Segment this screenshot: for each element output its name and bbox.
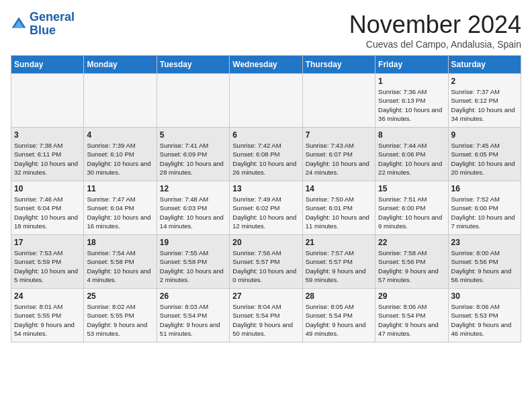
day-number: 18 xyxy=(87,238,153,247)
day-cell: 28Sunrise: 8:05 AM Sunset: 5:54 PM Dayli… xyxy=(302,289,375,342)
day-cell: 8Sunrise: 7:44 AM Sunset: 6:06 PM Daylig… xyxy=(375,128,448,181)
day-number: 7 xyxy=(306,130,372,140)
day-number: 15 xyxy=(378,184,445,193)
day-info: Sunrise: 8:00 AM Sunset: 5:56 PM Dayligh… xyxy=(451,248,518,284)
day-header-sunday: Sunday xyxy=(11,56,84,74)
day-info: Sunrise: 7:58 AM Sunset: 5:56 PM Dayligh… xyxy=(378,248,445,284)
day-header-friday: Friday xyxy=(375,56,448,74)
week-row-3: 10Sunrise: 7:46 AM Sunset: 6:04 PM Dayli… xyxy=(11,181,521,235)
day-info: Sunrise: 7:38 AM Sunset: 6:11 PM Dayligh… xyxy=(14,141,81,177)
day-number: 16 xyxy=(451,184,518,193)
day-cell: 27Sunrise: 8:04 AM Sunset: 5:54 PM Dayli… xyxy=(230,289,302,342)
day-info: Sunrise: 7:39 AM Sunset: 6:10 PM Dayligh… xyxy=(87,141,153,177)
day-cell: 16Sunrise: 7:52 AM Sunset: 6:00 PM Dayli… xyxy=(448,181,521,235)
day-number: 1 xyxy=(378,77,445,86)
day-info: Sunrise: 7:55 AM Sunset: 5:58 PM Dayligh… xyxy=(160,248,226,284)
day-info: Sunrise: 7:51 AM Sunset: 6:00 PM Dayligh… xyxy=(378,195,445,230)
day-info: Sunrise: 7:56 AM Sunset: 5:57 PM Dayligh… xyxy=(232,248,299,284)
day-number: 19 xyxy=(160,238,226,247)
day-number: 3 xyxy=(14,130,81,140)
day-cell: 12Sunrise: 7:48 AM Sunset: 6:03 PM Dayli… xyxy=(157,181,229,235)
day-number: 4 xyxy=(87,130,153,140)
day-header-tuesday: Tuesday xyxy=(157,56,229,74)
day-cell: 23Sunrise: 8:00 AM Sunset: 5:56 PM Dayli… xyxy=(448,235,521,289)
day-number: 21 xyxy=(306,238,372,247)
day-cell: 18Sunrise: 7:54 AM Sunset: 5:58 PM Dayli… xyxy=(84,235,157,289)
day-number: 27 xyxy=(232,291,299,301)
day-header-thursday: Thursday xyxy=(302,56,375,74)
day-cell: 24Sunrise: 8:01 AM Sunset: 5:55 PM Dayli… xyxy=(11,289,84,342)
day-cell: 17Sunrise: 7:53 AM Sunset: 5:59 PM Dayli… xyxy=(11,235,84,289)
day-number: 8 xyxy=(378,130,445,140)
day-number: 28 xyxy=(306,291,372,301)
day-cell: 6Sunrise: 7:42 AM Sunset: 6:08 PM Daylig… xyxy=(230,128,302,181)
day-number: 14 xyxy=(306,184,372,193)
day-number: 23 xyxy=(451,238,518,247)
day-cell: 11Sunrise: 7:47 AM Sunset: 6:04 PM Dayli… xyxy=(84,181,157,235)
day-cell: 30Sunrise: 8:06 AM Sunset: 5:53 PM Dayli… xyxy=(448,289,521,342)
day-number: 29 xyxy=(378,291,445,301)
day-number: 12 xyxy=(160,184,226,193)
day-info: Sunrise: 7:43 AM Sunset: 6:07 PM Dayligh… xyxy=(306,141,372,177)
day-info: Sunrise: 7:54 AM Sunset: 5:58 PM Dayligh… xyxy=(87,248,153,284)
day-info: Sunrise: 7:50 AM Sunset: 6:01 PM Dayligh… xyxy=(306,195,372,230)
day-cell: 3Sunrise: 7:38 AM Sunset: 6:11 PM Daylig… xyxy=(11,128,84,181)
logo-icon xyxy=(11,16,27,32)
day-info: Sunrise: 8:02 AM Sunset: 5:55 PM Dayligh… xyxy=(87,302,153,338)
day-cell: 14Sunrise: 7:50 AM Sunset: 6:01 PM Dayli… xyxy=(302,181,375,235)
week-row-2: 3Sunrise: 7:38 AM Sunset: 6:11 PM Daylig… xyxy=(11,128,521,181)
week-row-5: 24Sunrise: 8:01 AM Sunset: 5:55 PM Dayli… xyxy=(11,289,521,342)
day-cell xyxy=(157,74,229,128)
day-cell: 20Sunrise: 7:56 AM Sunset: 5:57 PM Dayli… xyxy=(230,235,302,289)
day-cell xyxy=(230,74,302,128)
day-info: Sunrise: 8:03 AM Sunset: 5:54 PM Dayligh… xyxy=(160,302,226,338)
day-cell: 25Sunrise: 8:02 AM Sunset: 5:55 PM Dayli… xyxy=(84,289,157,342)
day-info: Sunrise: 8:01 AM Sunset: 5:55 PM Dayligh… xyxy=(14,302,81,338)
day-number: 20 xyxy=(232,238,299,247)
logo-line1: General xyxy=(30,10,75,24)
day-info: Sunrise: 7:48 AM Sunset: 6:03 PM Dayligh… xyxy=(160,195,226,230)
day-number: 10 xyxy=(14,184,81,193)
day-cell xyxy=(302,74,375,128)
logo-text: General Blue xyxy=(30,11,75,38)
day-number: 5 xyxy=(160,130,226,140)
day-cell: 4Sunrise: 7:39 AM Sunset: 6:10 PM Daylig… xyxy=(84,128,157,181)
day-info: Sunrise: 7:57 AM Sunset: 5:57 PM Dayligh… xyxy=(306,248,372,284)
day-cell: 2Sunrise: 7:37 AM Sunset: 6:12 PM Daylig… xyxy=(448,74,521,128)
day-number: 9 xyxy=(451,130,518,140)
day-cell: 9Sunrise: 7:45 AM Sunset: 6:05 PM Daylig… xyxy=(448,128,521,181)
day-cell: 29Sunrise: 8:06 AM Sunset: 5:54 PM Dayli… xyxy=(375,289,448,342)
day-number: 22 xyxy=(378,238,445,247)
logo: General Blue xyxy=(11,11,75,38)
week-row-1: 1Sunrise: 7:36 AM Sunset: 6:13 PM Daylig… xyxy=(11,74,521,128)
day-info: Sunrise: 7:49 AM Sunset: 6:02 PM Dayligh… xyxy=(232,195,299,230)
day-cell: 22Sunrise: 7:58 AM Sunset: 5:56 PM Dayli… xyxy=(375,235,448,289)
day-info: Sunrise: 8:04 AM Sunset: 5:54 PM Dayligh… xyxy=(232,302,299,338)
day-number: 24 xyxy=(14,291,81,301)
day-header-saturday: Saturday xyxy=(448,56,521,74)
day-number: 6 xyxy=(232,130,299,140)
logo-line2: Blue xyxy=(30,24,56,37)
day-info: Sunrise: 7:52 AM Sunset: 6:00 PM Dayligh… xyxy=(451,195,518,230)
day-number: 17 xyxy=(14,238,81,247)
day-info: Sunrise: 7:42 AM Sunset: 6:08 PM Dayligh… xyxy=(232,141,299,177)
title-block: November 2024 Cuevas del Campo, Andalusi… xyxy=(349,11,521,50)
page-header: General Blue November 2024 Cuevas del Ca… xyxy=(11,11,521,50)
day-number: 13 xyxy=(232,184,299,193)
day-number: 2 xyxy=(451,77,518,86)
day-cell xyxy=(11,74,84,128)
day-cell: 5Sunrise: 7:41 AM Sunset: 6:09 PM Daylig… xyxy=(157,128,229,181)
day-info: Sunrise: 7:36 AM Sunset: 6:13 PM Dayligh… xyxy=(378,87,445,123)
day-number: 30 xyxy=(451,291,518,301)
day-cell: 7Sunrise: 7:43 AM Sunset: 6:07 PM Daylig… xyxy=(302,128,375,181)
day-info: Sunrise: 8:06 AM Sunset: 5:54 PM Dayligh… xyxy=(378,302,445,338)
header-row: SundayMondayTuesdayWednesdayThursdayFrid… xyxy=(11,56,521,74)
day-cell: 13Sunrise: 7:49 AM Sunset: 6:02 PM Dayli… xyxy=(230,181,302,235)
day-cell: 26Sunrise: 8:03 AM Sunset: 5:54 PM Dayli… xyxy=(157,289,229,342)
day-info: Sunrise: 7:53 AM Sunset: 5:59 PM Dayligh… xyxy=(14,248,81,284)
day-info: Sunrise: 7:47 AM Sunset: 6:04 PM Dayligh… xyxy=(87,195,153,230)
day-cell xyxy=(84,74,157,128)
day-header-monday: Monday xyxy=(84,56,157,74)
day-info: Sunrise: 7:45 AM Sunset: 6:05 PM Dayligh… xyxy=(451,141,518,177)
day-info: Sunrise: 7:46 AM Sunset: 6:04 PM Dayligh… xyxy=(14,195,81,230)
